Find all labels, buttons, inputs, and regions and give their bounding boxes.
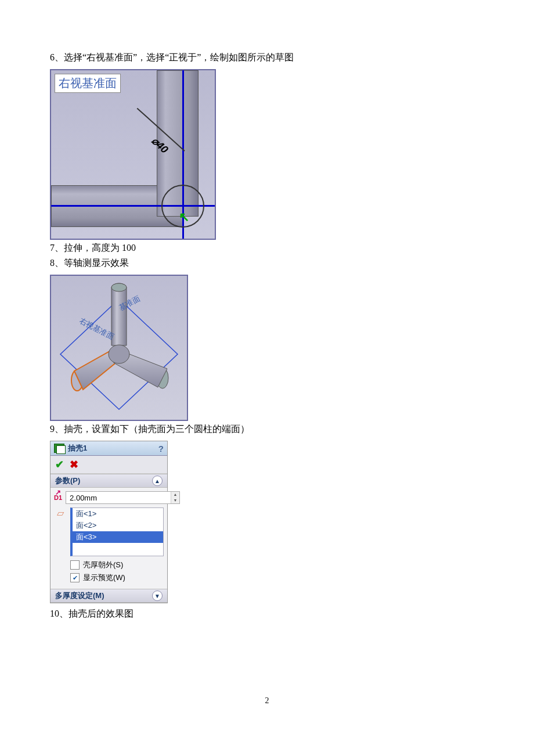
svg-point-1 — [111, 283, 127, 291]
panel-titlebar: 抽壳1 ? — [50, 441, 167, 456]
plane-label: 右视基准面 — [55, 74, 121, 93]
faces-list[interactable]: 面<1> 面<2> 面<3> — [70, 507, 164, 556]
face-item-1[interactable]: 面<1> — [73, 508, 163, 520]
help-icon[interactable]: ? — [158, 444, 164, 453]
thickness-spin-up[interactable]: ▲ — [171, 492, 179, 498]
thickness-d1-icon: D1 — [54, 494, 62, 501]
shell-feature-icon — [54, 444, 64, 453]
faces-to-remove-icon: ▱ — [54, 507, 67, 519]
thickness-spin-down[interactable]: ▼ — [171, 498, 179, 503]
ok-button[interactable]: ✔ — [55, 458, 64, 471]
page-number: 2 — [50, 696, 484, 705]
step-9-text: 9、抽壳，设置如下（抽壳面为三个圆柱的端面） — [50, 422, 484, 436]
collapse-up-icon[interactable]: ▲ — [152, 476, 163, 486]
thickness-input[interactable] — [66, 492, 171, 503]
collapse-down-icon[interactable]: ▼ — [152, 591, 163, 601]
multi-thickness-label: 多厚度设定(M) — [55, 591, 104, 601]
params-section-header[interactable]: 参数(P) ▲ — [50, 474, 167, 488]
origin-marker: ↖ — [179, 210, 189, 225]
panel-title-text: 抽壳1 — [68, 443, 87, 453]
shell-outward-row[interactable]: 壳厚朝外(S) — [70, 560, 164, 570]
thickness-spinner[interactable]: ▲ ▼ — [66, 491, 180, 504]
shell-property-panel: 抽壳1 ? ✔ ✖ 参数(P) ▲ D1 ▲ ▼ — [50, 441, 168, 603]
step-7-text: 7、拉伸，高度为 100 — [50, 241, 484, 255]
svg-point-4 — [109, 345, 129, 363]
step-10-text: 10、抽壳后的效果图 — [50, 607, 484, 621]
show-preview-checkbox[interactable]: ✔ — [70, 573, 80, 582]
step-6-text: 6、选择“右视基准面”，选择“正视于”，绘制如图所示的草图 — [50, 51, 484, 64]
show-preview-row[interactable]: ✔ 显示预览(W) — [70, 573, 164, 583]
shell-outward-label: 壳厚朝外(S) — [83, 560, 123, 570]
face-item-2[interactable]: 面<2> — [73, 520, 163, 531]
multi-thickness-section-header[interactable]: 多厚度设定(M) ▼ — [50, 589, 167, 603]
cancel-button[interactable]: ✖ — [70, 458, 78, 471]
show-preview-label: 显示预览(W) — [83, 573, 125, 583]
confirm-cancel-row: ✔ ✖ — [50, 456, 167, 474]
params-section-label: 参数(P) — [55, 476, 80, 486]
figure-2-isometric: 右视基准面 基准面 — [50, 275, 188, 421]
face-item-3[interactable]: 面<3> — [73, 531, 163, 543]
shell-outward-checkbox[interactable] — [70, 560, 80, 570]
step-8-text: 8、等轴测显示效果 — [50, 256, 484, 270]
figure-1-sketch: ↖ ⌀40 右视基准面 — [50, 69, 216, 240]
